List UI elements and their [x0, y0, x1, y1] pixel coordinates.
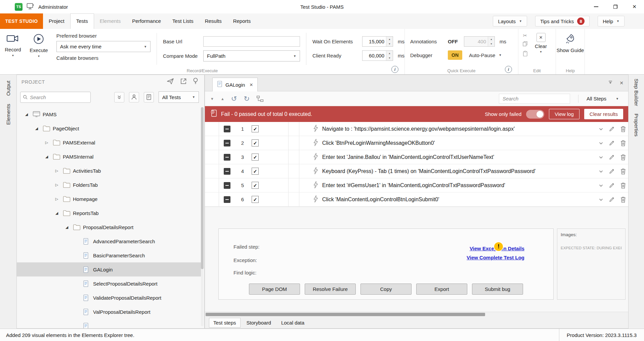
document-tab-galogin[interactable]: GALogin ✕	[212, 78, 258, 91]
step-enabled-checkbox[interactable]: ✓	[252, 182, 259, 189]
tips-and-tricks-button[interactable]: Tips and Tricks 8	[535, 16, 590, 27]
step-edit-pencil-icon[interactable]	[609, 196, 615, 203]
tree-expander[interactable]: ◢	[33, 126, 40, 131]
tree-expander[interactable]: ▷	[53, 169, 60, 173]
step-enabled-checkbox[interactable]: ✓	[252, 154, 259, 161]
tab-close-icon[interactable]: ✕	[249, 82, 253, 87]
clear-button[interactable]: ✕ Clear ▼	[530, 29, 551, 53]
show-guide-button[interactable]: Show Guide	[556, 29, 585, 54]
detail-action-button[interactable]: Resolve Failure	[305, 284, 356, 295]
detail-action-button[interactable]: Page DOM	[249, 284, 300, 295]
lightbulb-icon[interactable]	[193, 78, 198, 86]
spin-down-icon[interactable]: ▼	[386, 56, 393, 61]
list-view-icon[interactable]	[144, 92, 154, 102]
step-row[interactable]: 3 ✓ Enter text 'Janine.Ballou' in 'MainC…	[205, 150, 628, 164]
detail-action-button[interactable]: Copy	[360, 284, 412, 295]
spin-up-icon[interactable]: ▲	[386, 51, 393, 56]
move-step-down-icon[interactable]: ▼	[210, 97, 214, 101]
step-expand-chevron-icon[interactable]	[598, 126, 604, 132]
close-button[interactable]: ✕	[625, 0, 644, 13]
ribbon-tab[interactable]: Results	[199, 13, 227, 29]
step-enabled-checkbox[interactable]: ✓	[252, 196, 259, 203]
tree-expander[interactable]: ▷	[53, 197, 60, 201]
preferred-browser-select[interactable]: Ask me every time ▼	[56, 41, 151, 52]
view-complete-test-log-link[interactable]: View Complete Test Log	[467, 255, 524, 260]
move-step-up-icon[interactable]: ▲	[221, 97, 224, 101]
step-collapse-button[interactable]	[224, 168, 230, 175]
redo-icon[interactable]: ↻	[244, 95, 250, 103]
tree-item[interactable]: ValidateProposalDetailsReport	[17, 291, 201, 305]
tree-item[interactable]: ◢ ReportsTab	[17, 206, 201, 220]
ribbon-tab[interactable]: Test Lists	[167, 13, 199, 29]
help-menu-button[interactable]: Help ▼	[598, 16, 625, 27]
tree-item[interactable]: ◢ PAMSInternal	[17, 150, 201, 164]
launch-icon[interactable]	[167, 78, 174, 86]
tree-item[interactable]: ◢ PageObject	[17, 121, 201, 135]
step-delete-trash-icon[interactable]	[620, 168, 626, 175]
tree-item[interactable]: ◢ ProposalDetailsReport	[17, 220, 201, 234]
side-tab[interactable]: Output	[5, 81, 11, 96]
step-edit-pencil-icon[interactable]	[609, 154, 615, 160]
view-tab[interactable]: Storyboard	[243, 318, 275, 327]
scrollbar-thumb[interactable]	[206, 313, 485, 316]
paste-icon[interactable]	[523, 51, 528, 58]
close-pane-icon[interactable]: ✕	[619, 80, 624, 86]
side-tab[interactable]: Properties	[634, 114, 639, 136]
tree-item[interactable]: SelectProposalDetailsReport	[17, 276, 201, 291]
step-row[interactable]: 4 ✓ Keyboard (KeyPress) - Tab (1 times) …	[205, 164, 628, 178]
tree-item[interactable]: ▷ FoldersTab	[17, 178, 201, 192]
step-collapse-button[interactable]	[224, 182, 230, 189]
tree-expander[interactable]: ▷	[43, 140, 50, 145]
steps-search-input[interactable]	[499, 94, 570, 104]
tests-filter-select[interactable]: All Tests ▼	[159, 91, 199, 103]
base-url-input[interactable]	[203, 36, 300, 47]
ribbon-tab[interactable]: Elements	[94, 13, 127, 29]
side-tab[interactable]: Elements	[5, 104, 11, 125]
side-tab[interactable]: Step Builder	[634, 79, 639, 106]
tree-item[interactable]: ValProposalDetailsReport	[17, 305, 201, 319]
clear-results-button[interactable]: Clear results	[584, 109, 623, 119]
record-button[interactable]: Record ▼	[0, 29, 26, 57]
show-only-failed-toggle[interactable]	[526, 110, 544, 119]
detail-action-button[interactable]: Export	[416, 284, 467, 295]
step-row[interactable]: 1 ✓ Navigate to : 'https://pamsint.scien…	[205, 122, 628, 136]
step-row[interactable]: 6 ✓ Click 'MainContentLoginControlBtnLog…	[205, 193, 628, 207]
copy-icon[interactable]	[522, 41, 528, 48]
step-edit-pencil-icon[interactable]	[609, 126, 615, 132]
view-tab[interactable]: Local data	[277, 318, 308, 327]
view-log-button[interactable]: View log	[549, 109, 579, 119]
step-collapse-button[interactable]	[224, 140, 230, 146]
step-expand-chevron-icon[interactable]	[598, 169, 604, 174]
step-edit-pencil-icon[interactable]	[609, 182, 615, 188]
step-enabled-checkbox[interactable]: ✓	[252, 139, 259, 146]
tree-item[interactable]: BasicParameterSearch	[17, 248, 201, 262]
spin-up-icon[interactable]: ▲	[386, 37, 393, 42]
step-collapse-button[interactable]	[224, 126, 230, 132]
tree-expander[interactable]: ◢	[23, 112, 30, 117]
test-studio-menu-button[interactable]: TEST STUDIO	[0, 13, 43, 29]
step-delete-trash-icon[interactable]	[620, 140, 626, 146]
calibrate-browsers-button[interactable]: Calibrate browsers	[56, 55, 151, 61]
step-expand-chevron-icon[interactable]	[598, 183, 604, 188]
step-expand-chevron-icon[interactable]	[598, 155, 604, 160]
step-enabled-checkbox[interactable]: ✓	[252, 125, 259, 132]
scrollbar-thumb[interactable]	[201, 107, 204, 269]
annotations-state[interactable]: OFF	[448, 39, 458, 44]
tree-scrollbar[interactable]	[201, 107, 204, 326]
tree-item[interactable]: ▷ ActivitiesTab	[17, 164, 201, 178]
client-ready-stepper[interactable]: ▲▼	[362, 50, 393, 61]
ribbon-tab[interactable]: Project	[43, 13, 70, 29]
minimize-button[interactable]	[587, 0, 606, 13]
window-list-icon[interactable]	[608, 80, 613, 86]
tree-expander[interactable]: ◢	[53, 211, 60, 215]
open-external-icon[interactable]	[180, 78, 187, 86]
tree-item[interactable]: AdvancedParameterSearch	[17, 234, 201, 248]
ribbon-tab[interactable]: Performance	[126, 13, 167, 29]
tree-item[interactable]: GALogin	[17, 262, 201, 276]
step-edit-pencil-icon[interactable]	[609, 168, 615, 174]
steps-filter-select[interactable]: All Steps ▼	[587, 96, 619, 101]
step-expand-chevron-icon[interactable]	[598, 140, 604, 146]
spin-down-icon[interactable]: ▼	[386, 42, 393, 47]
step-row[interactable]: 5 ✓ Enter text '#GemsUser1' in 'MainCont…	[205, 178, 628, 193]
view-tab[interactable]: Test steps	[209, 318, 241, 328]
